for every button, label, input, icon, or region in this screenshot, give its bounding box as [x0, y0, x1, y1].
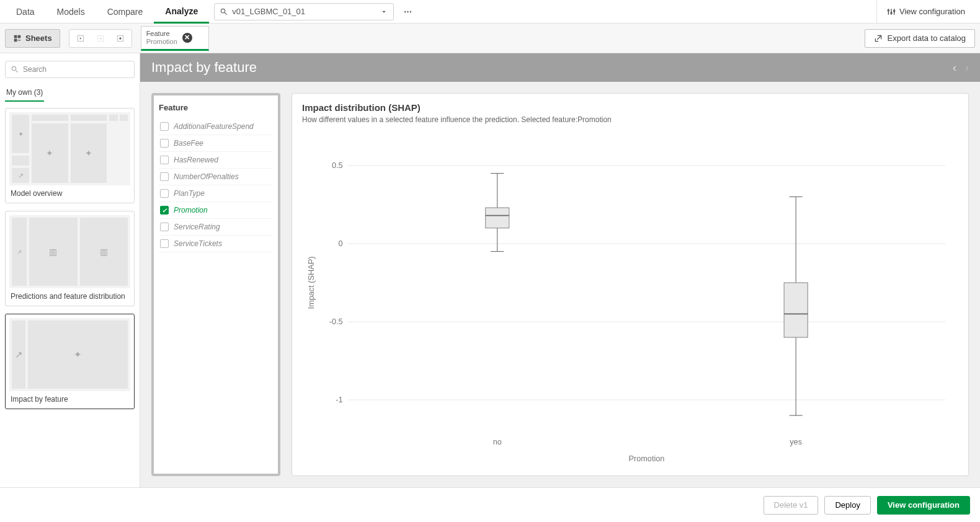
- feature-chip-title: Feature: [146, 30, 177, 38]
- checkbox-icon: [160, 189, 169, 198]
- sheet-card-caption: Model overview: [9, 185, 130, 199]
- toolbar: Sheets Feature Promotion ✕ Export data t…: [0, 24, 980, 53]
- top-nav: Data Models Compare Analyze v01_LGBMC_01…: [0, 0, 980, 24]
- delete-button[interactable]: Delete v1: [764, 496, 819, 515]
- tab-data[interactable]: Data: [5, 0, 46, 24]
- sheet-card-impact-by-feature[interactable]: ↗ ✦ Impact by feature: [5, 314, 135, 409]
- view-configuration-button[interactable]: View configuration: [877, 496, 970, 515]
- deploy-button[interactable]: Deploy: [824, 496, 870, 515]
- footer: Delete v1 Deploy View configuration: [0, 487, 980, 522]
- chevron-down-icon: [380, 7, 388, 16]
- export-label: Export data to catalog: [888, 33, 966, 43]
- svg-point-5: [894, 10, 895, 11]
- svg-point-3: [888, 9, 889, 11]
- model-select-value: v01_LGBMC_01_01: [232, 7, 376, 16]
- feature-panel-title: Feature: [159, 103, 273, 112]
- sheets-icon: [13, 34, 22, 43]
- feature-item-label: Promotion: [174, 206, 208, 215]
- checkbox-icon: [160, 139, 169, 148]
- feature-item-servicerating[interactable]: ServiceRating: [159, 219, 273, 236]
- feature-item-plantype[interactable]: PlanType: [159, 185, 273, 202]
- feature-panel: Feature AdditionalFeatureSpendBaseFeeHas…: [151, 93, 280, 476]
- sheet-card-caption: Predictions and feature distribution: [9, 288, 130, 302]
- svg-text:Promotion: Promotion: [629, 454, 665, 463]
- svg-text:no: no: [493, 437, 502, 446]
- feature-chip-value: Promotion: [146, 38, 177, 46]
- checkbox-icon: [160, 156, 169, 164]
- feature-item-additionalfeaturespend[interactable]: AdditionalFeatureSpend: [159, 118, 273, 135]
- view-configuration-button-top[interactable]: View configuration: [876, 0, 975, 24]
- search-icon: [11, 65, 19, 74]
- feature-item-label: HasRenewed: [174, 156, 218, 164]
- select-back-button[interactable]: [72, 30, 89, 47]
- feature-item-promotion[interactable]: ✓Promotion: [159, 202, 273, 219]
- chart-title: Impact distribution (SHAP): [302, 102, 958, 113]
- checkbox-icon: [160, 223, 169, 231]
- search-input[interactable]: Search: [5, 61, 135, 78]
- page-title-bar: Impact by feature ‹ ›: [140, 53, 980, 82]
- feature-item-label: ServiceRating: [174, 223, 220, 231]
- svg-rect-26: [486, 208, 509, 228]
- sheet-card-caption: Impact by feature: [9, 391, 130, 405]
- sheets-button[interactable]: Sheets: [5, 29, 60, 48]
- tab-models[interactable]: Models: [46, 0, 96, 24]
- my-own-tab[interactable]: My own (3): [5, 84, 44, 102]
- svg-text:-0.5: -0.5: [329, 317, 343, 326]
- tab-compare[interactable]: Compare: [96, 0, 154, 24]
- page-title: Impact by feature: [151, 60, 257, 76]
- search-icon: [220, 7, 228, 16]
- close-icon[interactable]: ✕: [182, 33, 192, 43]
- sheet-card-model-overview[interactable]: ✦ ↗ ✦ ✦ Model overview: [5, 108, 135, 203]
- export-icon: [874, 34, 883, 43]
- svg-rect-8: [14, 38, 17, 42]
- sliders-icon: [887, 7, 896, 16]
- top-tabs: Data Models Compare Analyze: [5, 0, 209, 24]
- svg-text:Impact (SHAP): Impact (SHAP): [306, 256, 316, 309]
- tab-analyze[interactable]: Analyze: [154, 0, 209, 24]
- checkbox-icon: ✓: [160, 206, 169, 215]
- feature-item-basefee[interactable]: BaseFee: [159, 135, 273, 152]
- feature-item-hasrenewed[interactable]: HasRenewed: [159, 152, 273, 169]
- checkbox-icon: [160, 239, 169, 248]
- select-forward-button[interactable]: [92, 30, 109, 47]
- view-configuration-label-top: View configuration: [899, 7, 965, 16]
- chart-subtitle: How different values in a selected featu…: [302, 115, 958, 124]
- checkbox-icon: [160, 172, 169, 181]
- sidebar: Search My own (3) ✦ ↗ ✦ ✦ Model overview: [0, 53, 140, 487]
- svg-text:0: 0: [339, 239, 343, 248]
- next-nav-button[interactable]: ›: [965, 61, 969, 74]
- sheet-card-predictions[interactable]: ↗ ▥ ▥ Predictions and feature distributi…: [5, 211, 135, 306]
- chart-panel: Impact distribution (SHAP) How different…: [292, 93, 969, 476]
- search-placeholder: Search: [23, 65, 47, 74]
- svg-text:-1: -1: [336, 395, 342, 404]
- feature-item-label: NumberOfPenalties: [174, 172, 239, 181]
- svg-rect-33: [784, 283, 808, 337]
- svg-point-4: [891, 12, 892, 14]
- feature-filter-chip[interactable]: Feature Promotion ✕: [141, 26, 209, 51]
- feature-item-numberofpenalties[interactable]: NumberOfPenalties: [159, 169, 273, 185]
- chart-area: -1-0.500.5Impact (SHAP)noyesPromotion: [302, 128, 958, 471]
- checkbox-icon: [160, 122, 169, 131]
- feature-item-label: ServiceTickets: [174, 239, 222, 248]
- main-area: Impact by feature ‹ › Feature Additional…: [140, 53, 980, 487]
- prev-nav-button[interactable]: ‹: [953, 61, 956, 74]
- export-data-button[interactable]: Export data to catalog: [865, 29, 975, 48]
- svg-rect-6: [14, 35, 17, 38]
- sheets-label: Sheets: [25, 33, 52, 43]
- svg-text:0.5: 0.5: [332, 161, 343, 170]
- feature-item-label: AdditionalFeatureSpend: [174, 122, 254, 131]
- feature-item-servicetickets[interactable]: ServiceTickets: [159, 236, 273, 252]
- feature-item-label: PlanType: [174, 189, 205, 198]
- selection-toolbar: [69, 29, 132, 48]
- clear-selection-button[interactable]: [112, 30, 129, 47]
- feature-item-label: BaseFee: [174, 139, 203, 148]
- svg-point-12: [119, 37, 122, 40]
- more-menu-button[interactable]: ⋯: [399, 3, 416, 20]
- model-select-dropdown[interactable]: v01_LGBMC_01_01: [214, 3, 394, 20]
- svg-text:yes: yes: [790, 437, 802, 446]
- svg-rect-7: [18, 35, 21, 38]
